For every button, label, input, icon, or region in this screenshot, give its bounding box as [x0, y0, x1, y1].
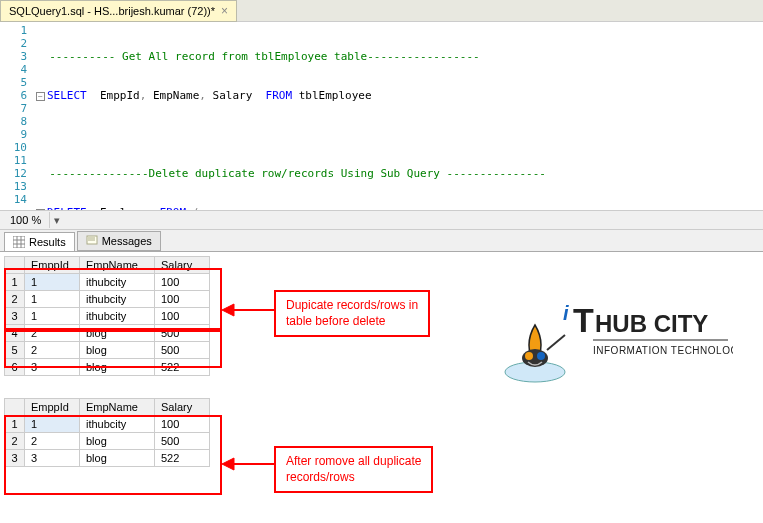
table-row[interactable]: 63blog522	[5, 359, 210, 376]
results-tabs: Results Messages	[0, 230, 763, 252]
table-row[interactable]: 21ithubcity100	[5, 291, 210, 308]
svg-text:HUB CITY: HUB CITY	[595, 310, 708, 337]
fold-icon[interactable]: −	[36, 92, 45, 101]
svg-text:INFORMATION TECHNOLOGY: INFORMATION TECHNOLOGY	[593, 345, 733, 356]
code-editor[interactable]: 123 456 789 101112 1314 ---------- Get A…	[0, 22, 763, 210]
col-header[interactable]: EmppId	[25, 399, 80, 416]
close-icon[interactable]: ×	[221, 4, 228, 18]
table-header-row: EmppId EmpName Salary	[5, 257, 210, 274]
col-header[interactable]: Salary	[155, 399, 210, 416]
message-icon	[86, 235, 98, 247]
arrow-icon	[222, 300, 274, 320]
svg-text:T: T	[573, 301, 594, 339]
table-row[interactable]: 22blog500	[5, 433, 210, 450]
annotation-label-before: Dupicate records/rows intable before del…	[274, 290, 430, 337]
line-gutter: 123 456 789 101112 1314	[0, 22, 32, 210]
svg-rect-0	[13, 236, 25, 248]
col-header[interactable]: Salary	[155, 257, 210, 274]
corner-cell	[5, 399, 25, 416]
zoom-level[interactable]: 100 %	[2, 212, 50, 228]
grid-icon	[13, 236, 25, 248]
tab-messages[interactable]: Messages	[77, 231, 161, 251]
file-tab-title: SQLQuery1.sql - HS...brijesh.kumar (72))…	[9, 5, 215, 17]
col-header[interactable]: EmpName	[80, 399, 155, 416]
editor-tab-bar: SQLQuery1.sql - HS...brijesh.kumar (72))…	[0, 0, 763, 22]
corner-cell	[5, 257, 25, 274]
svg-point-15	[537, 352, 545, 360]
file-tab[interactable]: SQLQuery1.sql - HS...brijesh.kumar (72))…	[0, 0, 237, 22]
table-row[interactable]: 42blog500	[5, 325, 210, 342]
table-row[interactable]: 33blog522	[5, 450, 210, 467]
table-row[interactable]: 11ithubcity100	[5, 274, 210, 291]
svg-point-14	[525, 352, 533, 360]
table-row[interactable]: 11ithubcity100	[5, 416, 210, 433]
code-area[interactable]: ---------- Get All record from tblEmploy…	[32, 22, 763, 210]
table-header-row: EmppId EmpName Salary	[5, 399, 210, 416]
table-row[interactable]: 52blog500	[5, 342, 210, 359]
svg-marker-9	[222, 304, 234, 316]
arrow-icon	[222, 454, 274, 474]
fold-icon[interactable]: −	[36, 209, 45, 210]
col-header[interactable]: EmpName	[80, 257, 155, 274]
table-row[interactable]: 31ithubcity100	[5, 308, 210, 325]
svg-line-16	[547, 335, 565, 350]
results-table-1[interactable]: EmppId EmpName Salary 11ithubcity100 21i…	[4, 256, 210, 376]
zoom-bar: 100 % ▾	[0, 210, 763, 230]
chevron-down-icon[interactable]: ▾	[50, 214, 64, 227]
annotation-label-after: After romove all duplicaterecords/rows	[274, 446, 433, 493]
col-header[interactable]: EmppId	[25, 257, 80, 274]
logo-ithubcity: i T HUB CITY INFORMATION TECHNOLOGY	[493, 290, 733, 400]
results-table-2[interactable]: EmppId EmpName Salary 11ithubcity100 22b…	[4, 398, 210, 467]
svg-marker-11	[222, 458, 234, 470]
tab-results[interactable]: Results	[4, 232, 75, 252]
svg-text:i: i	[563, 302, 569, 324]
